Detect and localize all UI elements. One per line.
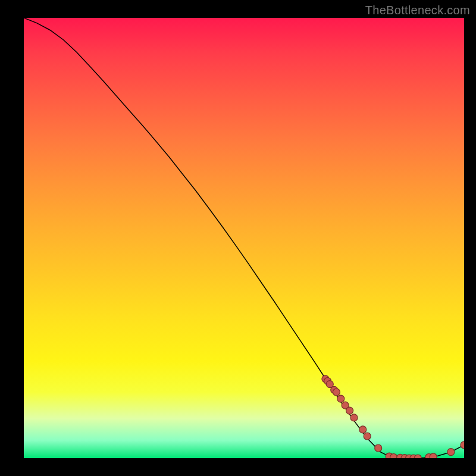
data-point bbox=[390, 454, 397, 458]
data-point bbox=[364, 433, 371, 440]
data-point bbox=[430, 453, 437, 458]
data-point bbox=[359, 426, 367, 433]
data-point bbox=[346, 407, 353, 414]
main-curve bbox=[24, 18, 464, 458]
data-point bbox=[375, 444, 382, 452]
data-point bbox=[350, 414, 358, 421]
data-point bbox=[461, 441, 464, 449]
data-point bbox=[333, 389, 340, 396]
chart-root: TheBottleneck.com bbox=[0, 0, 476, 476]
watermark-text: TheBottleneck.com bbox=[365, 4, 470, 17]
data-points-group bbox=[322, 375, 464, 458]
data-point bbox=[447, 449, 455, 456]
plot-svg bbox=[24, 18, 464, 458]
plot-area bbox=[24, 18, 464, 458]
data-point bbox=[337, 395, 345, 402]
